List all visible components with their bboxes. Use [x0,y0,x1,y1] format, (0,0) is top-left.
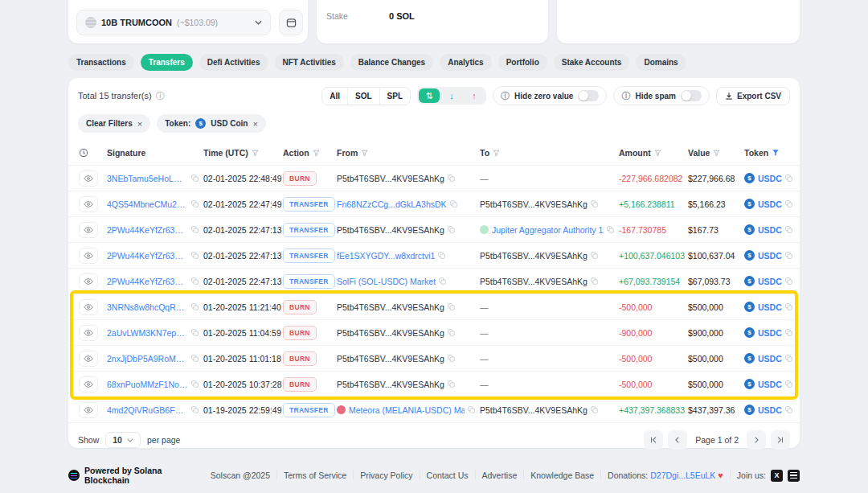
donations-address-link[interactable]: D27Dgi...L5EuLK [650,470,715,480]
token-copy-button[interactable] [785,355,792,362]
from-address[interactable]: SolFi (SOL-USDC) Market [337,277,436,286]
filter-icon[interactable] [713,150,720,157]
tab-analytics[interactable]: Analytics [440,54,491,71]
signature-link[interactable]: 4QS54MbneCMu2Tc... [107,199,188,209]
sort-both-button[interactable]: ⇅ [419,88,440,103]
tab-nft-activities[interactable]: NFT Activities [275,54,344,71]
hide-spam-switch[interactable] [681,90,702,101]
filter-icon-active[interactable] [772,149,780,157]
signature-link[interactable]: 2PWu44KeYfZr63V3... [107,277,188,286]
token-symbol[interactable]: USDC [758,174,782,183]
to-copy-button[interactable] [591,200,598,207]
view-details-button[interactable] [79,222,98,238]
view-details-button[interactable] [79,351,98,367]
token-symbol[interactable]: USDC [758,251,782,261]
token-select-dropdown[interactable]: 10B TRUMCOON (~$103.09) [76,10,271,35]
to-copy-button[interactable] [607,226,614,233]
close-icon[interactable]: × [252,119,257,129]
from-address[interactable]: P5tb4T6SBV...4KV9ESAhKg [337,302,444,312]
from-address[interactable]: P5tb4T6SBV...4KV9ESAhKg [337,354,444,364]
footer-link-advertise[interactable]: Advertise [476,470,525,480]
token-copy-button[interactable] [785,175,792,182]
signature-copy-button[interactable] [191,380,199,388]
footer-link-knowledge-base[interactable]: Knowledge Base [524,470,601,480]
filter-icon[interactable] [361,150,368,157]
from-copy-button[interactable] [438,252,445,259]
from-copy-button[interactable] [448,226,455,233]
to-address[interactable]: — [480,174,489,183]
signature-link[interactable]: 3NRNs8w8hcQqRGH... [107,302,188,312]
filter-icon[interactable] [654,150,661,157]
to-address[interactable]: — [480,302,489,312]
tab-portfolio[interactable]: Portfolio [498,54,547,71]
view-details-button[interactable] [79,376,98,392]
to-address[interactable]: — [480,328,489,338]
token-symbol[interactable]: USDC [758,405,782,415]
clear-filters-chip[interactable]: Clear Filters × [78,114,150,133]
last-page-button[interactable] [771,430,790,450]
prev-page-button[interactable] [668,430,687,450]
from-address[interactable]: P5tb4T6SBV...4KV9ESAhKg [337,174,444,183]
from-address[interactable]: P5tb4T6SBV...4KV9ESAhKg [337,328,444,338]
to-address[interactable]: P5tb4T6SBV...4KV9ESAhKg [480,199,588,209]
from-copy-button[interactable] [468,406,475,413]
filter-icon[interactable] [252,150,259,157]
token-copy-button[interactable] [785,303,792,310]
footer-link-contact-us[interactable]: Contact Us [420,470,476,480]
signature-copy-button[interactable] [191,355,199,362]
token-copy-button[interactable] [785,380,792,388]
footer-donations[interactable]: Donations: D27Dgi...L5EuLK ♥ [601,470,731,480]
next-page-button[interactable] [747,430,766,450]
from-copy-button[interactable] [448,303,455,310]
export-csv-button[interactable]: Export CSV [716,87,790,105]
to-copy-button[interactable] [591,277,598,285]
hide-zero-switch[interactable] [578,90,599,101]
view-details-button[interactable] [79,196,98,212]
card-icon-button[interactable] [279,10,303,35]
page-size-select[interactable]: 10 [105,432,141,448]
tab-transactions[interactable]: Transactions [68,54,134,71]
token-copy-button[interactable] [785,226,792,233]
view-details-button[interactable] [79,299,98,315]
token-copy-button[interactable] [785,200,792,207]
signature-copy-button[interactable] [191,200,199,207]
token-copy-button[interactable] [785,252,792,259]
x-twitter-icon[interactable]: X [771,470,783,482]
signature-link[interactable]: 68xnPuoMMzF1Nos... [107,380,188,389]
sort-asc-button[interactable]: ↑ [464,88,485,103]
filter-icon[interactable] [493,150,500,157]
signature-link[interactable]: 4md2QiVRuGB6FQhf... [107,405,188,415]
tab-defi-activities[interactable]: Defi Activities [199,54,268,71]
token-copy-button[interactable] [785,277,792,285]
to-address[interactable]: P5tb4T6SBV...4KV9ESAhKg [480,405,588,415]
signature-copy-button[interactable] [191,329,199,336]
tab-balance-changes[interactable]: Balance Changes [350,54,433,71]
from-copy-button[interactable] [448,355,455,362]
from-copy-button[interactable] [448,380,455,388]
to-address[interactable]: — [480,380,489,389]
view-details-button[interactable] [79,273,98,290]
to-address[interactable]: — [480,354,489,364]
view-details-button[interactable] [79,325,98,341]
footer-link-solscan-2025[interactable]: Solscan @2025 [204,470,277,480]
from-copy-button[interactable] [448,329,455,336]
filter-icon[interactable] [313,150,320,157]
hide-spam-toggle[interactable]: ⓘ Hide spam [613,86,710,105]
token-filter-chip[interactable]: Token: $ USD Coin × [157,114,266,133]
to-copy-button[interactable] [591,406,598,413]
tab-transfers[interactable]: Transfers [141,54,193,71]
tab-domains[interactable]: Domains [636,54,686,71]
token-symbol[interactable]: USDC [758,225,782,235]
from-address[interactable]: P5tb4T6SBV...4KV9ESAhKg [337,380,444,389]
signature-link[interactable]: 2nxJjDbP5A9RoMaN... [107,354,188,364]
view-details-button[interactable] [79,402,98,418]
to-address[interactable]: P5tb4T6SBV...4KV9ESAhKg [480,277,588,286]
footer-link-privacy-policy[interactable]: Privacy Policy [354,470,420,480]
from-address[interactable]: P5tb4T6SBV...4KV9ESAhKg [337,225,444,235]
footer-join-us[interactable]: Join us:X [731,470,800,482]
close-icon[interactable]: × [137,119,142,129]
signature-link[interactable]: 2PWu44KeYfZr63V3... [107,225,188,235]
token-symbol[interactable]: USDC [758,199,782,209]
token-symbol[interactable]: USDC [758,328,782,338]
footer-link-terms-of-service[interactable]: Terms of Service [277,470,354,480]
